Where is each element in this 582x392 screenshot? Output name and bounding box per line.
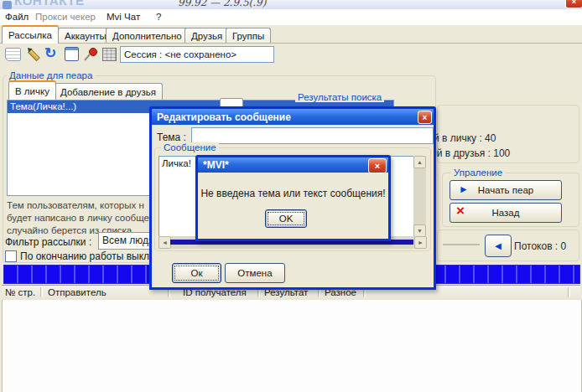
edit-dialog-cancel-button[interactable]: Отмена xyxy=(225,263,285,283)
tab-strip-baseline xyxy=(0,43,582,44)
toolbar: ↻ Сессия : <не сохранено> xyxy=(0,45,582,67)
subtab-v-lichku[interactable]: В личку xyxy=(8,80,56,100)
threads-slider-groove[interactable] xyxy=(443,244,480,245)
message-vscrollbar[interactable]: ▲ ▼ xyxy=(413,156,426,236)
tab-rassylka[interactable]: Рассылка xyxy=(2,25,59,44)
scroll-up-icon[interactable]: ▲ xyxy=(413,156,426,168)
window-tool-icon[interactable] xyxy=(65,47,79,61)
application-window: КОНТАКТЕ 99.92 — 2.9.5(.9) × Файл Прокси… xyxy=(0,0,582,392)
search-results-label: Результаты поиска xyxy=(295,92,384,102)
tab-dopolnitelno-label: Дополнительно xyxy=(112,31,182,41)
control-group-title: Упраление xyxy=(451,168,505,178)
start-peer-label: Начать пеар xyxy=(478,185,533,195)
edit-dialog-title: Редактировать сообщение xyxy=(152,111,291,123)
scroll-down-icon[interactable]: ▼ xyxy=(413,224,426,237)
window-titlebar: КОНТАКТЕ 99.92 — 2.9.5(.9) × xyxy=(0,0,582,9)
refresh-icon[interactable]: ↻ xyxy=(44,44,56,62)
mvi-ok-button[interactable]: OK xyxy=(265,209,307,228)
menu-file[interactable]: Файл xyxy=(5,12,29,22)
mvi-ok-label: OK xyxy=(279,214,294,224)
contacts-icon[interactable] xyxy=(102,48,117,61)
tab-gruppy[interactable]: Группы xyxy=(226,28,271,44)
edit-dialog-close-icon[interactable]: × xyxy=(418,111,432,124)
shutdown-checkbox-label: По окончанию работы выключ xyxy=(20,250,162,262)
tab-rassylka-label: Рассылка xyxy=(8,30,52,40)
column-separator[interactable] xyxy=(40,287,43,297)
subtab-v-lichku-label: В личку xyxy=(15,86,49,96)
subtab-dobavlenie[interactable]: Добавление в друзья xyxy=(54,83,163,100)
tab-dopolnitelno[interactable]: Дополнительно xyxy=(106,28,189,44)
app-logo-text: КОНТАКТЕ xyxy=(14,0,84,8)
stat-druzya: ий в друзья : 100 xyxy=(431,147,510,159)
red-x-icon: × xyxy=(456,203,465,219)
mvi-title: *MVI* xyxy=(198,159,229,171)
shutdown-checkbox[interactable] xyxy=(5,250,17,262)
filter-label: Фильтр рассылки : xyxy=(5,236,91,248)
menu-bar: Файл Прокси чекер Mvi Чат ? xyxy=(0,9,582,25)
mvi-body-text: Не введена тема или текст сообщения! xyxy=(198,188,388,199)
subtab-dobavlenie-label: Добавление в друзья xyxy=(60,87,156,97)
pin-head xyxy=(89,48,97,56)
pin-icon[interactable] xyxy=(84,46,97,61)
mvi-message-box: *MVI* × Не введена тема или текст сообще… xyxy=(195,155,391,241)
stat-lichku: й в личку : 40 xyxy=(434,132,496,144)
play-icon: ► xyxy=(459,183,469,195)
threads-decrease-button[interactable]: ◄ xyxy=(485,235,512,257)
peer-data-group-title: Данные для пеара xyxy=(7,70,95,80)
edit-icon[interactable] xyxy=(23,43,44,64)
session-field[interactable]: Сессия : <не сохранено> xyxy=(120,46,274,63)
tab-druzya-label: Друзья xyxy=(191,31,222,41)
back-label: Назад xyxy=(492,208,520,218)
new-session-icon[interactable] xyxy=(5,48,21,61)
scroll-right-icon[interactable]: ► xyxy=(414,236,427,249)
session-value: Сессия : <не сохранено> xyxy=(124,49,236,59)
edit-dialog-ok-button[interactable]: Ок xyxy=(172,263,221,283)
main-tab-strip: Рассылка Аккаунты Дополнительно Друзья Г… xyxy=(0,25,582,44)
list-item-label: Тема(Личка!...) xyxy=(10,101,76,111)
app-logo-icon xyxy=(3,1,12,9)
edit-dialog-ok-label: Ок xyxy=(191,268,203,278)
hint-line-2: будет написано в личку сообще xyxy=(7,212,149,224)
menu-mvi-chat[interactable]: Mvi Чат xyxy=(107,12,140,22)
start-peer-button[interactable]: ► Начать пеар xyxy=(449,180,562,200)
subject-input[interactable] xyxy=(191,127,434,144)
back-button[interactable]: × Назад xyxy=(449,203,562,223)
col-sender[interactable]: Отправитель xyxy=(48,287,107,297)
message-text: Личка! xyxy=(162,158,191,168)
threads-label: Потоков : 0 xyxy=(514,240,566,252)
window-tool-titlebar xyxy=(65,48,78,50)
tab-gruppy-label: Группы xyxy=(232,31,264,41)
col-num[interactable]: № стр. xyxy=(5,287,35,297)
hint-line-1: Тем пользователям, которых н xyxy=(7,199,144,212)
message-group-title: Сообщение xyxy=(161,142,219,152)
menu-help[interactable]: ? xyxy=(156,12,161,22)
pin-needle xyxy=(84,54,90,60)
column-separator[interactable] xyxy=(568,287,570,297)
results-table-body[interactable] xyxy=(2,300,582,392)
edit-dialog-cancel-label: Отмена xyxy=(237,268,272,278)
mvi-titlebar[interactable]: *MVI* xyxy=(198,157,388,173)
scroll-left-icon[interactable]: ◄ xyxy=(158,236,171,249)
tab-akkaunty-label: Аккаунты xyxy=(65,31,107,41)
tab-akkaunty[interactable]: Аккаунты xyxy=(58,28,113,44)
window-close-button[interactable]: × xyxy=(565,0,582,8)
app-version-script: 99.92 — 2.9.5(.9) xyxy=(178,0,266,8)
mvi-close-icon[interactable]: × xyxy=(368,158,387,173)
subject-label: Тема : xyxy=(157,132,186,143)
left-arrow-icon: ◄ xyxy=(493,240,504,252)
tab-druzya[interactable]: Друзья xyxy=(184,28,229,44)
edit-dialog-titlebar[interactable]: Редактировать сообщение xyxy=(152,109,434,125)
menu-proxy-checker[interactable]: Прокси чекер xyxy=(35,12,96,22)
